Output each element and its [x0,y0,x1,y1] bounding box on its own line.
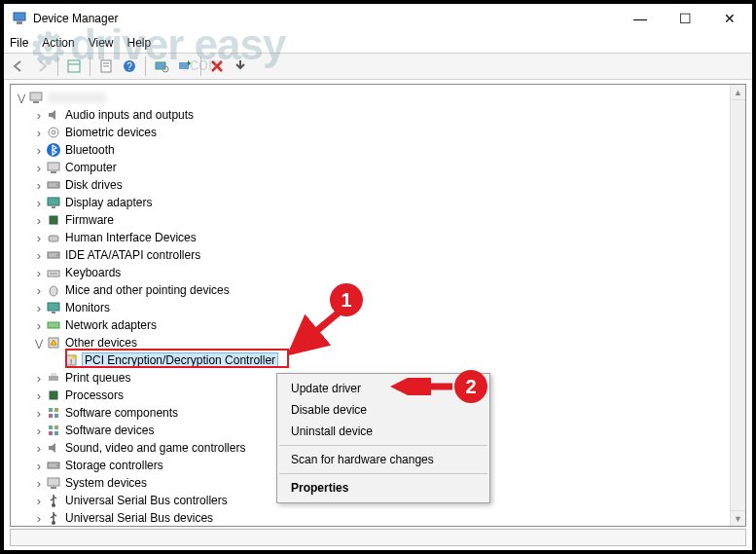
title-bar[interactable]: Device Manager — ☐ ✕ [4,4,752,33]
tree-item[interactable]: Display adapters [11,194,745,211]
svg-rect-23 [50,216,57,224]
svg-point-20 [56,184,58,186]
device-category-icon [46,458,61,473]
tree-item-label: Firmware [65,213,114,227]
tree-item[interactable]: Universal Serial Bus devices [11,509,745,527]
menu-properties[interactable]: Properties [277,477,489,499]
minimize-button[interactable]: — [618,4,663,33]
properties-button[interactable] [95,55,117,77]
device-category-icon [46,317,61,333]
tree-item-label: Audio inputs and outputs [65,108,194,122]
tree-item[interactable]: Audio inputs and outputs [11,106,745,124]
svg-rect-22 [52,206,55,208]
tree-item-label: IDE ATA/ATAPI controllers [65,248,200,262]
svg-point-14 [49,128,58,137]
tree-item-label: System devices [65,476,147,490]
svg-text:!: ! [70,357,72,366]
device-category-icon [46,510,61,526]
svg-rect-50 [51,487,56,489]
back-button[interactable] [8,55,29,77]
tree-child-label: PCI Encryption/Decryption Controller [83,353,277,367]
device-category-icon [46,142,61,158]
svg-rect-13 [33,101,39,103]
svg-rect-31 [52,312,55,314]
menu-separator [279,473,487,474]
tree-item[interactable]: Disk drives [11,176,745,194]
tree-item-label: Computer [65,161,117,174]
uninstall-button[interactable] [206,55,228,77]
tree-item[interactable]: Bluetooth [11,141,745,159]
tree-item[interactable]: Monitors [11,299,745,316]
scan-hardware-button[interactable] [151,55,172,77]
tree-item[interactable]: Network adapters [11,316,745,334]
device-category-icon [46,107,61,123]
svg-rect-49 [48,478,59,486]
tree-item[interactable]: Biometric devices [11,124,745,141]
svg-rect-32 [48,322,59,328]
close-button[interactable]: ✕ [707,4,752,33]
step-marker-1: 1 [330,283,363,316]
app-icon [12,11,27,26]
vertical-scrollbar[interactable]: ▲ ▼ [730,85,745,526]
svg-rect-30 [48,303,59,311]
tree-item-label: Storage controllers [65,459,163,472]
tree-item-label: Processors [65,388,124,402]
scroll-up-icon[interactable]: ▲ [731,85,745,100]
tree-item[interactable]: Human Interface Devices [11,229,745,246]
menu-uninstall-device[interactable]: Uninstall device [277,421,489,442]
svg-rect-0 [14,13,25,20]
tree-child-item[interactable]: !PCI Encryption/Decryption Controller [11,351,745,369]
menu-disable-device[interactable]: Disable device [277,399,489,421]
svg-rect-40 [54,408,58,412]
device-category-icon [46,265,61,280]
tree-item[interactable]: Firmware [11,211,745,229]
svg-rect-36 [49,376,58,381]
device-category-icon [46,493,61,508]
window-frame: ⚙driver easy .com Device Manager — ☐ ✕ F… [0,0,756,554]
tree-item-label: Sound, video and game controllers [65,441,245,455]
scroll-down-icon[interactable]: ▼ [731,510,745,526]
tree-item-label: Human Interface Devices [65,231,197,244]
svg-rect-24 [49,236,58,241]
device-category-icon [46,247,61,263]
device-category-icon [46,177,61,193]
svg-rect-45 [49,431,53,435]
tree-item-label: Software components [65,406,178,420]
menu-scan-hardware[interactable]: Scan for hardware changes [277,449,489,470]
update-driver-button[interactable] [174,55,196,77]
menu-view[interactable]: View [89,36,114,50]
device-category-icon [46,125,61,140]
help-button[interactable]: ? [119,55,140,77]
forward-button[interactable] [31,55,53,77]
enable-button[interactable] [230,55,251,77]
svg-rect-1 [17,21,22,24]
svg-rect-37 [51,373,56,376]
menu-separator [279,445,487,446]
svg-rect-17 [48,163,59,170]
tree-root[interactable] [11,89,745,106]
device-category-icon [46,282,61,298]
maximize-button[interactable]: ☐ [663,4,707,33]
tree-item[interactable]: Mice and other pointing devices [11,281,745,299]
tree-item[interactable]: IDE ATA/ATAPI controllers [11,246,745,264]
show-hide-tree-button[interactable] [63,55,85,77]
tree-item[interactable]: Other devices [11,334,745,351]
toolbar: ? [4,53,752,80]
svg-rect-42 [54,414,58,418]
svg-point-51 [52,503,55,507]
arrow-2-icon [389,378,457,395]
tree-item-label: Keyboards [65,266,121,279]
tree-item-label: Print queues [65,371,130,385]
svg-rect-18 [51,171,56,173]
menu-file[interactable]: File [10,36,28,50]
menu-help[interactable]: Help [127,36,152,50]
device-category-icon [46,388,61,403]
svg-point-48 [56,464,58,466]
tree-item[interactable]: Keyboards [11,264,745,281]
svg-point-15 [52,130,55,134]
tree-item-label: Software devices [65,424,154,437]
menu-action[interactable]: Action [42,36,74,50]
status-bar [10,529,746,546]
tree-item[interactable]: Computer [11,159,745,176]
tree-item-label: Biometric devices [65,126,157,139]
